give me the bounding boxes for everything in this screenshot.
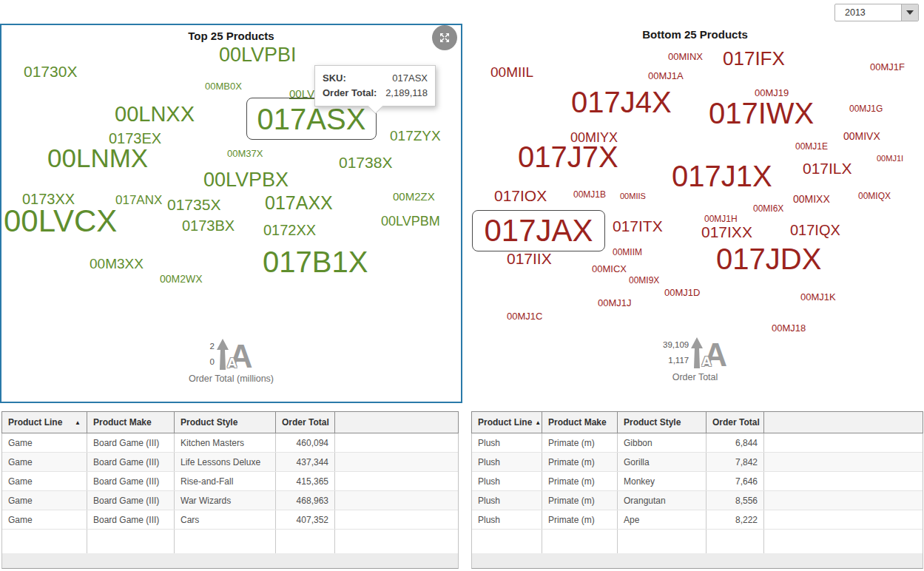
word-cloud-word[interactable]: 00MJ1K (800, 292, 836, 302)
word-cloud-word[interactable]: 00MIIM (613, 248, 642, 257)
word-cloud-word[interactable]: 017ILX (803, 161, 852, 176)
word-cloud-word[interactable]: 017JDX (716, 244, 821, 274)
word-cloud-word[interactable]: 017ZYX (390, 129, 441, 143)
word-cloud-word[interactable]: 01738X (339, 155, 392, 170)
column-header[interactable]: Product Style (175, 412, 276, 433)
table-row[interactable]: PlushPrimate (m)Orangutan8,556 (472, 491, 923, 510)
column-header[interactable]: Order Total (276, 412, 335, 433)
word-cloud-word[interactable]: 017IFX (723, 49, 785, 68)
word-cloud-word[interactable]: 00MJ1I (877, 155, 903, 163)
dropdown-arrow-button[interactable] (901, 4, 918, 21)
word-cloud-word[interactable]: 017IXX (701, 224, 752, 240)
word-cloud-word[interactable]: 00MIIS (620, 192, 646, 200)
word-cloud-word[interactable]: 00MJ1G (849, 104, 883, 113)
maximize-button[interactable] (432, 25, 457, 50)
column-header[interactable]: Product Style (618, 412, 707, 433)
table-row[interactable]: GameBoard Game (III)Kitchen Masters460,0… (2, 433, 458, 453)
sort-asc-icon: ▲ (75, 419, 81, 426)
word-cloud-word[interactable]: 00MJ1F (870, 62, 905, 72)
table-cell: Rise-and-Fall (175, 472, 276, 490)
top-cloud-panel[interactable]: Top 25 Products 01730X00LVPBI00MB0X00LV0… (0, 24, 462, 403)
word-cloud-word[interactable]: 017IWX (709, 98, 814, 128)
word-cloud-word[interactable]: 00LNXX (115, 104, 195, 125)
word-cloud-word[interactable]: 017JAX (484, 215, 593, 246)
word-cloud-word[interactable]: 00MJ1J (598, 298, 632, 308)
word-cloud-word[interactable]: 00MJ1E (795, 142, 828, 151)
word-cloud-word[interactable]: 0173BX (182, 218, 235, 233)
selected-word-box[interactable]: 017JAX (472, 210, 605, 251)
table-row[interactable]: GameBoard Game (III)Cars407,352 (2, 510, 458, 530)
word-cloud-word[interactable]: 017J7X (518, 142, 618, 172)
word-cloud-word[interactable]: 00MI6X (753, 204, 783, 213)
word-cloud-word[interactable]: 00MIQX (858, 192, 891, 200)
column-header[interactable]: Order Total (707, 412, 764, 433)
word-cloud-word[interactable]: 017IOX (494, 188, 547, 203)
table-cell: Primate (m) (542, 510, 618, 529)
word-cloud-word[interactable]: 00MJ1A (648, 71, 684, 81)
word-cloud-word[interactable]: 00MB0X (205, 81, 242, 91)
table-row[interactable]: GameBoard Game (III)War Wizards468,963 (2, 491, 458, 510)
word-cloud-word[interactable]: 00MJ1C (507, 311, 542, 321)
word-cloud-word[interactable]: 017IQX (790, 223, 840, 237)
column-header[interactable]: Product Line▲ (472, 412, 542, 433)
word-cloud-word[interactable]: 00MI9X (629, 276, 659, 285)
word-cloud-word[interactable]: 00LVPBI (219, 45, 297, 65)
table-cell (542, 530, 618, 553)
table-row[interactable]: GameBoard Game (III)Rise-and-Fall415,365 (2, 472, 458, 491)
word-cloud-word[interactable]: 017ITX (613, 218, 663, 234)
word-cloud-word[interactable]: 01735X (167, 197, 220, 212)
table-row[interactable]: PlushPrimate (m)Ape8,222 (472, 510, 923, 530)
table-cell: Game (2, 491, 87, 510)
word-cloud-word[interactable]: 017ANX (115, 194, 162, 206)
top-cloud-legend: 2 0 AA Order Total (millions) (1, 339, 461, 384)
word-cloud-word[interactable]: 00LNMX (47, 145, 148, 171)
word-cloud-word[interactable]: 00MINX (668, 52, 703, 61)
word-cloud-word[interactable]: 00LVPBM (381, 214, 440, 228)
table-cell: Primate (m) (542, 453, 618, 471)
table-row[interactable]: PlushPrimate (m)Monkey7,646 (472, 472, 923, 491)
column-header[interactable]: Product Make (87, 412, 175, 433)
tooltip-row: Order Total: 2,189,118 (323, 86, 428, 101)
word-cloud-word[interactable]: 00MJ18 (772, 323, 806, 333)
word-cloud-word[interactable]: 0172XX (263, 223, 316, 237)
table-cell (707, 530, 764, 553)
word-cloud-word[interactable]: 00M3XX (90, 257, 144, 271)
word-cloud-word[interactable]: 00LVCX (4, 206, 117, 237)
tooltip-label: Order Total: (323, 86, 377, 101)
column-header[interactable]: Product Make (542, 412, 618, 433)
word-cloud-word[interactable]: 00MIXX (793, 194, 830, 204)
word-cloud-word[interactable]: 00MJ1B (573, 190, 606, 199)
left-table[interactable]: Product Line▲Product MakeProduct StyleOr… (1, 411, 459, 569)
word-cloud-word[interactable]: 00M2ZX (393, 191, 435, 202)
font-size-legend-icon: AA (704, 342, 727, 368)
word-cloud-word[interactable]: 017J4X (571, 87, 672, 117)
word-cloud-word[interactable]: 00M2WX (160, 274, 203, 284)
word-cloud-word[interactable]: 017IIX (507, 251, 552, 266)
word-cloud-word[interactable]: 017J1X (672, 161, 772, 191)
table-cell (764, 510, 923, 529)
year-dropdown[interactable]: 2013 (834, 4, 919, 21)
word-cloud-word[interactable]: 00MJ1D (664, 288, 700, 297)
table-cell (764, 530, 923, 553)
table-cell: Ape (618, 510, 707, 529)
word-cloud-word[interactable]: 017B1X (263, 247, 368, 277)
word-cloud-word[interactable]: 01730X (24, 64, 77, 79)
word-cloud-word[interactable]: 00MIVX (843, 131, 880, 141)
bottom-cloud-panel[interactable]: Bottom 25 Products 00MINX017IFX00MJ1F00M… (466, 24, 924, 403)
word-cloud-word[interactable]: 017ASX (257, 104, 366, 134)
table-row[interactable]: PlushPrimate (m)Gorilla7,842 (472, 453, 923, 472)
column-header[interactable]: Product Line▲ (2, 412, 87, 433)
word-cloud-word[interactable]: 00MICX (592, 264, 627, 274)
column-header[interactable] (335, 412, 458, 433)
word-cloud-word[interactable]: 017AXX (265, 194, 333, 212)
right-table[interactable]: Product Line▲Product MakeProduct StyleOr… (471, 411, 923, 569)
table-row[interactable]: GameBoard Game (III)Life Lessons Deluxe4… (2, 453, 458, 472)
table-cell (2, 530, 87, 553)
table-row[interactable]: PlushPrimate (m)Gibbon6,844 (472, 433, 923, 453)
font-size-legend-icon: AA (229, 343, 253, 370)
word-cloud-word[interactable]: 00M37X (227, 149, 263, 158)
word-cloud-word[interactable]: 00MIIL (490, 65, 533, 79)
word-cloud-word[interactable]: 00MJ1H (704, 214, 738, 223)
column-header[interactable] (764, 412, 923, 433)
word-cloud-word[interactable]: 00LVPBX (203, 170, 289, 190)
